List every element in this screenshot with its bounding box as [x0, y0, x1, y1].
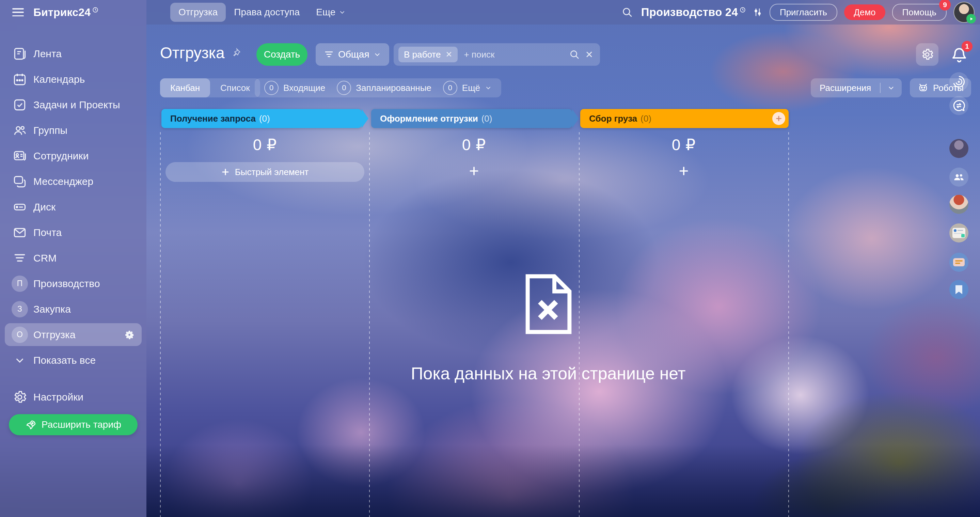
board-settings-button[interactable]	[916, 43, 939, 66]
view-list-tab[interactable]: Список	[210, 78, 260, 97]
filter-preset-dropdown[interactable]: Общая	[316, 43, 389, 66]
show-all-label: Показать все	[33, 355, 96, 366]
help-button[interactable]: Помощь	[892, 4, 947, 21]
chevron-down-icon	[374, 51, 381, 58]
pinned-chat[interactable]	[949, 253, 969, 272]
sidebar-item-settings[interactable]: Настройки	[0, 384, 146, 410]
top-tab-label: Права доступа	[234, 7, 300, 18]
sidebar-item-feed[interactable]: Лента	[0, 41, 146, 67]
counter-value: 0	[264, 81, 278, 95]
sidebar-item-shipment[interactable]: О Отгрузка	[0, 322, 146, 347]
search-icon[interactable]	[621, 6, 633, 18]
portal-name[interactable]: Производство 24	[641, 6, 746, 19]
top-tab-more[interactable]: Еще	[308, 3, 354, 22]
counter-label: Ещё	[462, 83, 480, 93]
counter-value: 0	[443, 81, 457, 95]
counter-more[interactable]: 0 Ещё	[443, 81, 492, 95]
copilot-button[interactable]	[949, 72, 969, 91]
stage-count: (0)	[641, 113, 651, 124]
sidebar-item-purchase[interactable]: З Закупка	[0, 296, 146, 322]
view-switcher: Канбан Список	[160, 78, 260, 97]
view-kanban-label: Канбан	[170, 83, 200, 93]
app-logo[interactable]: Битрикс24	[33, 6, 99, 19]
kanban-stage-header-collect[interactable]: Сбор груза (0)	[580, 109, 789, 128]
upgrade-plan-button[interactable]: Расширить тариф	[9, 414, 138, 435]
create-button[interactable]: Создать	[256, 43, 307, 66]
clear-search-icon[interactable]: ✕	[585, 49, 593, 60]
item-settings-gear-icon[interactable]	[124, 329, 135, 340]
sidebar-item-label: Отгрузка	[33, 329, 76, 340]
clock-icon	[92, 7, 99, 13]
view-list-label: Список	[220, 83, 250, 93]
sidebar-show-all[interactable]: Показать все	[0, 347, 146, 373]
quick-add-item-button[interactable]: Быстрый элемент	[165, 162, 364, 182]
sidebar-item-calendar[interactable]: Календарь	[0, 67, 146, 92]
counter-label: Входящие	[283, 83, 325, 93]
bitrix24-app: Битрикс24 Лента Календарь	[0, 0, 980, 517]
add-item-button[interactable]	[369, 165, 579, 177]
chevron-down-icon[interactable]	[881, 84, 902, 92]
sliders-icon[interactable]	[752, 7, 763, 17]
sidebar-item-label: Задачи и Проекты	[33, 99, 120, 111]
chevron-down-icon	[339, 9, 345, 16]
disk-icon	[11, 199, 28, 215]
top-tab-label: Отгрузка	[178, 7, 218, 18]
user-avatar[interactable]	[953, 2, 975, 23]
sidebar: Битрикс24 Лента Календарь	[0, 0, 146, 517]
feed-icon	[11, 46, 28, 62]
sidebar-item-groups[interactable]: Группы	[0, 118, 146, 143]
upgrade-plan-label: Расширить тариф	[41, 419, 121, 430]
sidebar-item-label: Лента	[33, 48, 62, 60]
filter-chip-in-progress[interactable]: В работе ✕	[398, 47, 458, 62]
hamburger-menu-icon[interactable]	[12, 8, 24, 16]
sidebar-item-messenger[interactable]: Мессенджер	[0, 169, 146, 194]
stage-sum: 0 ₽	[369, 135, 579, 154]
add-item-button[interactable]	[579, 165, 789, 177]
demo-button[interactable]: Демо	[844, 5, 885, 20]
filter-chip-label: В работе	[404, 49, 441, 60]
mail-icon	[11, 224, 28, 241]
add-stage-button[interactable]	[772, 112, 785, 125]
sidebar-item-employees[interactable]: Сотрудники	[0, 143, 146, 169]
pin-icon[interactable]	[231, 48, 241, 58]
search-icon[interactable]	[569, 49, 580, 60]
pinned-avatar[interactable]	[949, 139, 969, 158]
view-kanban-tab[interactable]: Канбан	[160, 78, 210, 97]
column-divider	[369, 132, 370, 517]
letter-badge: З	[11, 301, 28, 317]
messenger-rail-button[interactable]	[949, 96, 969, 115]
letter-badge: П	[11, 275, 28, 292]
top-tab-shipment[interactable]: Отгрузка	[170, 3, 226, 22]
counter-incoming[interactable]: 0 Входящие	[264, 81, 325, 95]
crm-icon	[11, 250, 28, 266]
sidebar-item-label: Закупка	[33, 304, 71, 315]
plus-icon	[221, 168, 229, 176]
sidebar-item-disk[interactable]: Диск	[0, 194, 146, 220]
sidebar-item-label: Календарь	[33, 73, 85, 85]
stage-count: (0)	[482, 113, 492, 124]
sidebar-item-mail[interactable]: Почта	[0, 220, 146, 245]
sidebar-item-label: Диск	[33, 201, 56, 213]
pinned-widget[interactable]	[949, 223, 969, 242]
top-tab-access-rights[interactable]: Права доступа	[226, 3, 308, 22]
search-input[interactable]: + поиск	[464, 49, 569, 60]
sidebar-item-crm[interactable]: CRM	[0, 245, 146, 271]
search-filter-bar[interactable]: В работе ✕ + поиск ✕	[394, 43, 600, 66]
sidebar-item-production[interactable]: П Производство	[0, 271, 146, 296]
empty-state-text: Пока данных на этой странице нет	[160, 364, 936, 383]
sidebar-item-tasks[interactable]: Задачи и Проекты	[0, 92, 146, 118]
notifications-button[interactable]: 1	[950, 46, 969, 64]
column-divider	[160, 132, 161, 517]
funnel-icon	[324, 49, 334, 60]
kanban-stage-header-processing[interactable]: Оформление отгрузки (0)	[371, 109, 572, 128]
chip-close-icon[interactable]: ✕	[445, 50, 452, 59]
contacts-rail-button[interactable]	[949, 167, 969, 187]
invite-button[interactable]: Пригласить	[770, 4, 837, 21]
chevron-down-icon	[485, 84, 492, 91]
sidebar-item-label: Группы	[33, 125, 67, 136]
bookmark-rail-button[interactable]	[949, 280, 969, 299]
counter-planned[interactable]: 0 Запланированные	[337, 81, 431, 95]
extensions-button[interactable]: Расширения	[811, 78, 902, 97]
kanban-stage-header-request[interactable]: Получение запроса (0)	[161, 109, 362, 128]
pinned-avatar[interactable]	[949, 195, 969, 214]
